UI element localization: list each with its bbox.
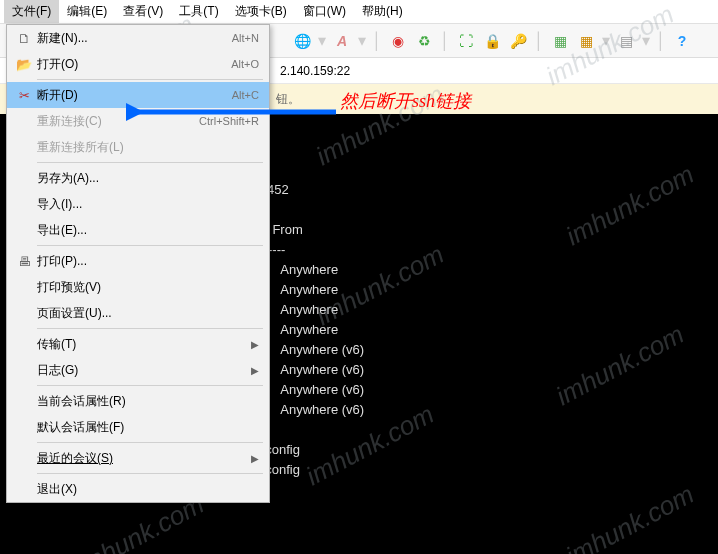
key-icon[interactable]: 🔑 <box>508 31 528 51</box>
menu-separator <box>37 79 263 80</box>
menu-separator <box>37 328 263 329</box>
file-menu-dropdown: 🗋新建(N)...Alt+N 📂打开(O)Alt+O ✂断开(D)Alt+C 重… <box>6 24 270 503</box>
menu-default-props[interactable]: 默认会话属性(F) <box>7 414 269 440</box>
menu-tabs[interactable]: 选项卡(B) <box>227 0 295 23</box>
menu-current-props[interactable]: 当前会话属性(R) <box>7 388 269 414</box>
menu-open[interactable]: 📂打开(O)Alt+O <box>7 51 269 77</box>
print-icon: 🖶 <box>11 254 37 269</box>
menu-log[interactable]: 日志(G)▶ <box>7 357 269 383</box>
menu-bar: 文件(F) 编辑(E) 查看(V) 工具(T) 选项卡(B) 窗口(W) 帮助(… <box>0 0 718 24</box>
folder-icon: 📂 <box>11 57 37 72</box>
menu-disconnect[interactable]: ✂断开(D)Alt+C <box>7 82 269 108</box>
chevron-right-icon: ▶ <box>251 453 259 464</box>
menu-saveas[interactable]: 另存为(A)... <box>7 165 269 191</box>
menu-new[interactable]: 🗋新建(N)...Alt+N <box>7 25 269 51</box>
menu-tools[interactable]: 工具(T) <box>171 0 226 23</box>
green-recycle-icon[interactable]: ♻ <box>414 31 434 51</box>
menu-view[interactable]: 查看(V) <box>115 0 171 23</box>
lock-icon[interactable]: 🔒 <box>482 31 502 51</box>
globe-icon[interactable]: 🌐 <box>292 31 312 51</box>
menu-preview[interactable]: 打印预览(V) <box>7 274 269 300</box>
menu-import[interactable]: 导入(I)... <box>7 191 269 217</box>
menu-print[interactable]: 🖶打印(P)... <box>7 248 269 274</box>
menu-reconnect: 重新连接(C)Ctrl+Shift+R <box>7 108 269 134</box>
menu-separator <box>37 473 263 474</box>
menu-exit[interactable]: 退出(X) <box>7 476 269 502</box>
menu-file[interactable]: 文件(F) <box>4 0 59 23</box>
menu-reconnect-all: 重新连接所有(L) <box>7 134 269 160</box>
address-text: 2.140.159:22 <box>280 64 350 78</box>
menu-edit[interactable]: 编辑(E) <box>59 0 115 23</box>
menu-separator <box>37 245 263 246</box>
chevron-right-icon: ▶ <box>251 365 259 376</box>
menu-separator <box>37 385 263 386</box>
list-icon[interactable]: ▤ <box>616 31 636 51</box>
menu-transfer[interactable]: 传输(T)▶ <box>7 331 269 357</box>
help-icon[interactable]: ? <box>672 31 692 51</box>
menu-help[interactable]: 帮助(H) <box>354 0 411 23</box>
disconnect-icon: ✂ <box>11 88 37 103</box>
menu-separator <box>37 442 263 443</box>
expand-icon[interactable]: ⛶ <box>456 31 476 51</box>
menu-window[interactable]: 窗口(W) <box>295 0 354 23</box>
add-folder-icon[interactable]: ▦ <box>576 31 596 51</box>
menu-recent[interactable]: 最近的会议(S)▶ <box>7 445 269 471</box>
add-doc-icon[interactable]: ▦ <box>550 31 570 51</box>
red-circle-icon[interactable]: ◉ <box>388 31 408 51</box>
new-icon: 🗋 <box>11 31 37 46</box>
chevron-right-icon: ▶ <box>251 339 259 350</box>
menu-pagesetup[interactable]: 页面设置(U)... <box>7 300 269 326</box>
infobar-text: 钮。 <box>276 91 300 108</box>
menu-export[interactable]: 导出(E)... <box>7 217 269 243</box>
menu-separator <box>37 162 263 163</box>
font-icon[interactable]: A <box>332 31 352 51</box>
